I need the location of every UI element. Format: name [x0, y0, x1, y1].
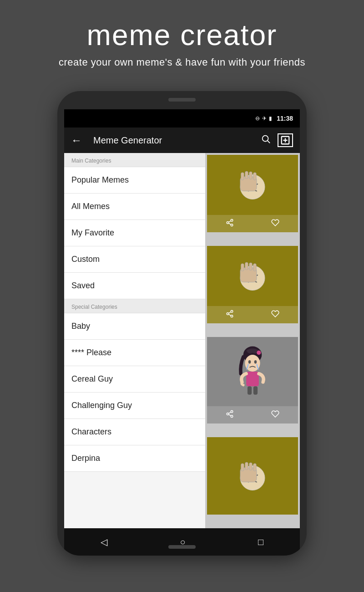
drawer-item-baby[interactable]: Baby: [64, 313, 205, 340]
content-area: Main Categories Popular Memes All Memes …: [64, 153, 300, 528]
svg-rect-24: [249, 263, 252, 270]
share-button-1[interactable]: [221, 218, 238, 230]
svg-point-26: [231, 311, 233, 313]
svg-rect-49: [245, 462, 248, 470]
back-button[interactable]: ←: [71, 134, 82, 147]
svg-point-14: [227, 222, 229, 224]
svg-point-39: [231, 411, 233, 413]
meme-image-1[interactable]: [207, 155, 298, 215]
svg-point-15: [231, 224, 233, 226]
status-icons: ⊖ ✈ ▮ 11:38: [255, 115, 293, 122]
phone-speaker: [168, 98, 196, 102]
svg-rect-11: [249, 172, 252, 179]
svg-line-16: [228, 223, 231, 225]
search-button[interactable]: [261, 134, 271, 147]
mute-icon: ⊖: [255, 115, 260, 122]
svg-rect-23: [245, 262, 248, 270]
svg-rect-37: [248, 386, 252, 394]
svg-point-27: [227, 313, 229, 315]
svg-rect-25: [253, 264, 256, 271]
status-bar: ⊖ ✈ ▮ 11:38: [64, 109, 300, 128]
page-background: meme creator create your own meme's & ha…: [0, 0, 364, 77]
app-toolbar: ← Meme Generator: [64, 128, 300, 153]
drawer-item-characters[interactable]: Characters: [64, 419, 205, 445]
meme-card-1: [207, 155, 298, 232]
share-button-3[interactable]: [221, 409, 238, 421]
svg-line-43: [228, 412, 231, 413]
svg-rect-51: [253, 464, 256, 471]
svg-point-35: [254, 360, 257, 363]
meme-actions-2: [207, 306, 298, 323]
page-header: meme creator create your own meme's & ha…: [0, 0, 364, 77]
signal-icon: ✈: [262, 115, 267, 122]
drawer-item-popular-memes[interactable]: Popular Memes: [64, 167, 205, 194]
drawer-item-challenging-guy[interactable]: Challenging Guy: [64, 393, 205, 419]
svg-line-29: [228, 314, 231, 316]
drawer-item-all-memes[interactable]: All Memes: [64, 194, 205, 220]
meme-image-2[interactable]: [207, 246, 298, 306]
svg-rect-12: [253, 173, 256, 180]
meme-image-3[interactable]: [207, 337, 298, 406]
meme-actions-3: [207, 406, 298, 424]
svg-point-28: [231, 315, 233, 317]
drawer-item-my-favorite[interactable]: My Favorite: [64, 220, 205, 246]
svg-rect-9: [241, 173, 244, 180]
bottom-navigation: ◁ ○ □: [64, 528, 300, 556]
meme-image-4[interactable]: [207, 437, 298, 515]
like-button-3[interactable]: [267, 409, 284, 421]
svg-rect-22: [241, 264, 244, 271]
drawer-item-custom[interactable]: Custom: [64, 246, 205, 273]
meme-card-3: [207, 337, 298, 424]
app-title: meme creator: [9, 18, 355, 52]
phone-bottom-bump: [168, 545, 196, 549]
svg-rect-36: [246, 372, 259, 386]
app-subtitle: create your own meme's & have fun with y…: [9, 56, 355, 68]
svg-line-17: [228, 221, 231, 222]
like-button-2[interactable]: [267, 309, 284, 321]
toolbar-title: Meme Generator: [93, 135, 254, 146]
drawer-item-cereal-guy[interactable]: Cereal Guy: [64, 366, 205, 393]
meme-card-4: [207, 437, 298, 515]
svg-rect-50: [249, 463, 252, 470]
navigation-drawer: Main Categories Popular Memes All Memes …: [64, 153, 205, 528]
svg-point-32: [257, 351, 261, 355]
phone-frame: ⊖ ✈ ▮ 11:38 ← Meme Generator: [57, 91, 307, 556]
nav-recent-button[interactable]: □: [258, 537, 263, 547]
svg-rect-48: [241, 464, 244, 471]
svg-line-30: [228, 312, 231, 313]
svg-point-0: [263, 136, 268, 142]
meme-card-2: [207, 246, 298, 323]
svg-line-42: [228, 414, 231, 416]
phone-screen: ⊖ ✈ ▮ 11:38 ← Meme Generator: [64, 109, 300, 528]
svg-rect-38: [253, 386, 258, 394]
main-categories-header: Main Categories: [64, 153, 205, 167]
share-button-2[interactable]: [221, 309, 238, 321]
svg-point-34: [248, 360, 251, 363]
svg-point-41: [231, 415, 233, 418]
special-categories-header: Special Categories: [64, 299, 205, 313]
drawer-item-derpina[interactable]: Derpina: [64, 445, 205, 472]
battery-icon: ▮: [269, 115, 272, 122]
svg-line-1: [268, 141, 270, 143]
svg-point-13: [231, 219, 233, 222]
meme-grid: [205, 153, 300, 528]
drawer-item-saved[interactable]: Saved: [64, 273, 205, 299]
like-button-1[interactable]: [267, 218, 284, 230]
drawer-item-please[interactable]: **** Please: [64, 340, 205, 366]
add-button[interactable]: [278, 133, 293, 147]
svg-point-40: [227, 413, 229, 415]
meme-actions-1: [207, 215, 298, 232]
nav-back-button[interactable]: ◁: [101, 536, 107, 547]
svg-rect-10: [245, 171, 248, 179]
status-time: 11:38: [277, 115, 293, 122]
